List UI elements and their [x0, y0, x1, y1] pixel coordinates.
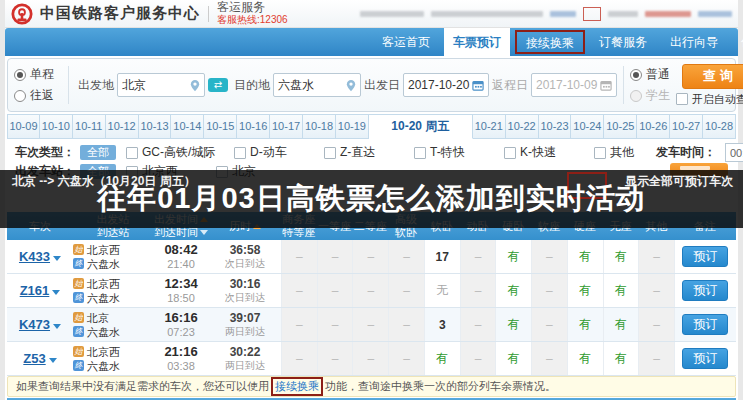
expand-caret-icon[interactable] — [52, 290, 60, 295]
date-tab[interactable]: 10-26 — [637, 114, 670, 139]
date-tab[interactable]: 10-22 — [506, 114, 539, 139]
filter-type-z[interactable]: Z-直达 — [324, 144, 414, 161]
query-button[interactable]: 查询 — [682, 64, 743, 89]
train-link[interactable]: K473 — [19, 317, 50, 332]
auto-query-checkbox[interactable]: 开启自动查询 — [676, 92, 743, 107]
train-link[interactable]: Z161 — [20, 283, 50, 298]
nav-tab-booking[interactable]: 车票预订 — [444, 28, 510, 56]
china-railway-logo-icon — [11, 3, 33, 25]
radio-student[interactable]: 学生 — [630, 87, 674, 104]
date-tab[interactable]: 10-21 — [473, 114, 506, 139]
return-date-value: 2017-10-09 — [536, 78, 597, 92]
train-cell: Z53 — [7, 342, 73, 375]
arrive-time: 03:38 — [153, 359, 209, 373]
stations-cell: 始北京西 终六盘水 — [73, 274, 153, 307]
depart-time-select[interactable]: 00:00–24:00 — [725, 143, 743, 162]
book-button[interactable]: 预订 — [682, 246, 728, 267]
times-cell: 08:42 21:40 — [153, 240, 209, 273]
times-cell: 21:16 03:38 — [153, 342, 209, 375]
seat-cell: 有 — [495, 308, 531, 341]
seat-cell: – — [460, 308, 496, 341]
table-row: Z53 始北京西 终六盘水 21:16 03:38 30:22 两日到达 – –… — [7, 342, 736, 376]
seat-cell: – — [352, 240, 388, 273]
date-tab[interactable]: 10-14 — [171, 114, 204, 139]
date-tab[interactable]: 10-11 — [73, 114, 106, 139]
date-tab[interactable]: 10-28 — [703, 114, 736, 139]
duration: 39:07 — [209, 311, 281, 325]
depart-time-value: 00:00–24:00 — [730, 147, 743, 159]
blurred-text-bar — [645, 11, 691, 17]
date-tab[interactable]: 10-17 — [270, 114, 303, 139]
radio-icon — [630, 90, 642, 102]
nav-tab-information[interactable]: 信息服务 — [732, 28, 743, 56]
train-link[interactable]: Z53 — [23, 351, 45, 366]
date-tab[interactable]: 10-15 — [204, 114, 237, 139]
date-tab[interactable]: 10-09 — [7, 114, 40, 139]
date-tab[interactable]: 10-18 — [303, 114, 336, 139]
service-name: 客运服务 — [217, 2, 288, 13]
expand-caret-icon[interactable] — [53, 324, 61, 329]
highlight-box-small — [583, 7, 601, 21]
seat-cell: – — [317, 342, 353, 375]
seat-cell: 有 — [567, 342, 603, 375]
to-station-input[interactable]: 六盘水 — [273, 73, 361, 97]
date-tab[interactable]: 10-13 — [139, 114, 172, 139]
date-tab[interactable]: 10-23 — [539, 114, 572, 139]
filter-type-other[interactable]: 其他 — [594, 144, 656, 161]
to-station-value: 六盘水 — [278, 77, 314, 94]
date-tab[interactable]: 10-12 — [106, 114, 139, 139]
seat-cell: 有 — [495, 342, 531, 375]
trip-type-group: 单程 往返 — [14, 66, 62, 104]
return-date-input[interactable]: 2017-10-09 — [531, 73, 617, 97]
nav-tab-transfer[interactable]: 接续换乘 — [515, 30, 585, 54]
date-tab[interactable]: 10-24 — [571, 114, 604, 139]
filter-type-t[interactable]: T-特快 — [414, 144, 504, 161]
table-row: Z161 始北京西 终六盘水 12:34 18:50 30:16 次日到达 – … — [7, 274, 736, 308]
radio-single-trip[interactable]: 单程 — [14, 66, 62, 83]
duration: 30:22 — [209, 345, 281, 359]
date-tab[interactable]: 10-16 — [237, 114, 270, 139]
arrive-station: 六盘水 — [87, 359, 120, 373]
from-station-input[interactable]: 北京 — [117, 73, 205, 97]
seat-cell: 有 — [567, 274, 603, 307]
filter-type-k[interactable]: K-快速 — [504, 144, 594, 161]
transfer-link[interactable]: 接续换乘 — [271, 377, 323, 396]
radio-round-trip[interactable]: 往返 — [14, 87, 62, 104]
date-tab[interactable]: 10-19 — [336, 114, 369, 139]
seat-cell: – — [388, 274, 424, 307]
nav-tab-dining[interactable]: 订餐服务 — [590, 28, 656, 56]
seat-cell: – — [388, 240, 424, 273]
filter-type-label: K-快速 — [520, 144, 556, 161]
depart-station: 北京西 — [87, 277, 120, 291]
from-label: 出发地 — [78, 77, 114, 94]
seat-cell: 有 — [603, 274, 639, 307]
filter-type-d[interactable]: D-动车 — [234, 144, 324, 161]
seat-cell: 3 — [424, 308, 460, 341]
filter-type-label: GC-高铁/城际 — [142, 144, 215, 161]
train-type-all-badge[interactable]: 全部 — [80, 145, 116, 160]
book-button[interactable]: 预订 — [682, 280, 728, 301]
nav-tab-travel-guide[interactable]: 出行向导 — [661, 28, 727, 56]
date-tab[interactable]: 10-27 — [670, 114, 703, 139]
radio-round-label: 往返 — [30, 87, 54, 104]
date-tab[interactable]: 10-25 — [604, 114, 637, 139]
train-link[interactable]: K433 — [19, 249, 50, 264]
expand-caret-icon[interactable] — [49, 358, 57, 363]
swap-stations-icon[interactable]: ⇄ — [208, 78, 228, 92]
checkbox-icon — [414, 147, 426, 159]
expand-caret-icon[interactable] — [53, 256, 61, 261]
tip-text: 如果查询结果中没有满足需求的车次，您还可以使用 — [16, 379, 269, 394]
book-button[interactable]: 预订 — [682, 314, 728, 335]
book-button[interactable]: 预订 — [682, 348, 728, 369]
date-tab[interactable]: 10-10 — [40, 114, 73, 139]
show-all-trains-link[interactable]: 显示全部可预订车次 — [625, 173, 733, 190]
depart-date-input[interactable]: 2017-10-20 — [403, 73, 489, 97]
arrive-time: 07:23 — [153, 325, 209, 339]
date-tab-active[interactable]: 10-20 周五 — [369, 114, 473, 139]
depart-time: 21:16 — [153, 345, 209, 359]
radio-adult[interactable]: 普通 — [630, 66, 674, 83]
filter-type-gc[interactable]: GC-高铁/城际 — [126, 144, 234, 161]
times-cell: 16:16 07:23 — [153, 308, 209, 341]
nav-tab-home[interactable]: 客运首页 — [373, 28, 439, 56]
seat-cell: – — [638, 308, 674, 341]
